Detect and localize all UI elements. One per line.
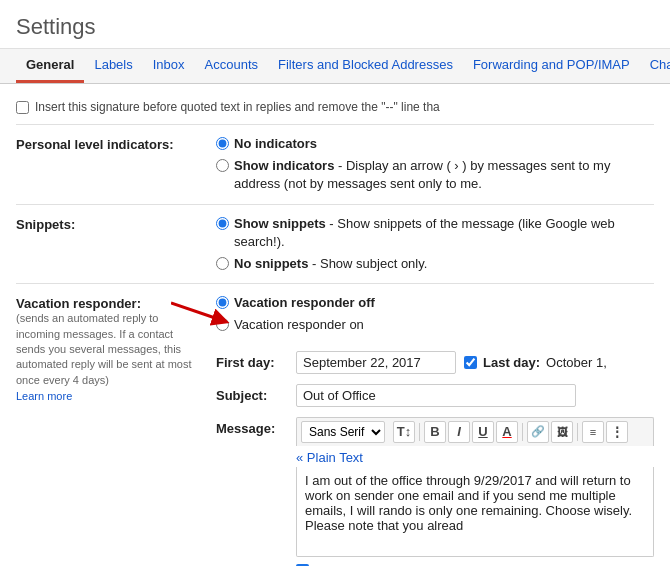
snippets-label: Snippets:	[16, 215, 216, 232]
contacts-checkbox-label: Only send a response to people in my Con…	[315, 563, 588, 567]
tab-forwarding[interactable]: Forwarding and POP/IMAP	[463, 49, 640, 83]
first-day-label: First day:	[216, 355, 288, 370]
page-title: Settings	[0, 0, 670, 49]
tab-general[interactable]: General	[16, 49, 84, 83]
italic-button[interactable]: I	[448, 421, 470, 443]
message-label: Message:	[216, 417, 288, 436]
settings-content: Insert this signature before quoted text…	[0, 84, 670, 566]
snippets-label-2: No snippets - Show subject only.	[234, 255, 427, 273]
first-day-input[interactable]	[296, 351, 456, 374]
font-select[interactable]: Sans Serif	[301, 421, 385, 443]
tab-labels[interactable]: Labels	[84, 49, 142, 83]
message-area-wrapper: Sans Serif T↕ B I U A 🔗 🖼	[296, 417, 654, 567]
signature-hint-row: Insert this signature before quoted text…	[16, 94, 654, 125]
personal-level-row: Personal level indicators: No indicators…	[16, 125, 654, 205]
vacation-settings: First day: Last day: October 1, Subject:…	[216, 347, 654, 567]
personal-level-options: No indicators Show indicators - Display …	[216, 135, 654, 194]
first-day-row: First day: Last day: October 1,	[216, 351, 654, 374]
toolbar-sep-1	[419, 423, 420, 441]
more-button[interactable]: ⋮	[606, 421, 628, 443]
snippets-radio-1[interactable]	[216, 217, 229, 230]
font-color-button[interactable]: A	[496, 421, 518, 443]
subject-label: Subject:	[216, 388, 288, 403]
subject-input[interactable]	[296, 384, 576, 407]
signature-hint-checkbox[interactable]	[16, 101, 29, 114]
vacation-learn-more[interactable]: Learn more	[16, 390, 72, 402]
bold-button[interactable]: B	[424, 421, 446, 443]
link-button[interactable]: 🔗	[527, 421, 549, 443]
snippets-radio-2[interactable]	[216, 257, 229, 270]
snippets-option-1: Show snippets - Show snippets of the mes…	[216, 215, 654, 251]
personal-level-radio-1[interactable]	[216, 137, 229, 150]
subject-row: Subject:	[216, 384, 654, 407]
message-toolbar: Sans Serif T↕ B I U A 🔗 🖼	[296, 417, 654, 446]
tab-filters[interactable]: Filters and Blocked Addresses	[268, 49, 463, 83]
tab-inbox[interactable]: Inbox	[143, 49, 195, 83]
personal-level-label: Personal level indicators:	[16, 135, 216, 152]
snippets-option-2: No snippets - Show subject only.	[216, 255, 654, 273]
contacts-checkbox-row: Only send a response to people in my Con…	[296, 563, 654, 567]
vacation-responder-row: Vacation responder: (sends an automated …	[16, 284, 654, 566]
last-day-container: Last day: October 1,	[464, 355, 607, 370]
snippets-options: Show snippets - Show snippets of the mes…	[216, 215, 654, 274]
personal-level-option-1: No indicators	[216, 135, 654, 153]
toolbar-sep-2	[522, 423, 523, 441]
plain-text-link[interactable]: « Plain Text	[296, 446, 654, 467]
personal-level-radio-2[interactable]	[216, 159, 229, 172]
personal-level-option-2: Show indicators - Display an arrow ( › )…	[216, 157, 654, 193]
personal-level-label-1: No indicators	[234, 135, 317, 153]
personal-level-label-2: Show indicators - Display an arrow ( › )…	[234, 157, 654, 193]
last-day-checkbox[interactable]	[464, 356, 477, 369]
image-button[interactable]: 🖼	[551, 421, 573, 443]
vacation-on-label: Vacation responder on	[234, 316, 364, 334]
tab-accounts[interactable]: Accounts	[195, 49, 268, 83]
underline-button[interactable]: U	[472, 421, 494, 443]
font-size-button[interactable]: T↕	[393, 421, 415, 443]
snippets-label-1: Show snippets - Show snippets of the mes…	[234, 215, 654, 251]
vacation-on-option: Vacation responder on	[216, 316, 654, 334]
svg-line-1	[171, 303, 221, 320]
last-day-label: Last day:	[483, 355, 540, 370]
message-textarea[interactable]: I am out of the office through 9/29/2017…	[296, 467, 654, 557]
vacation-off-label: Vacation responder off	[234, 294, 375, 312]
vacation-content: Vacation responder off Vacation responde…	[216, 294, 654, 566]
toolbar-sep-3	[577, 423, 578, 441]
align-button[interactable]: ≡	[582, 421, 604, 443]
vacation-off-option: Vacation responder off	[216, 294, 654, 312]
snippets-row: Snippets: Show snippets - Show snippets …	[16, 205, 654, 285]
nav-tabs: General Labels Inbox Accounts Filters an…	[0, 49, 670, 84]
signature-hint-text: Insert this signature before quoted text…	[35, 100, 440, 114]
tab-chat[interactable]: Cha...	[640, 49, 670, 83]
red-arrow-icon	[171, 298, 231, 328]
last-day-value: October 1,	[546, 355, 607, 370]
message-row: Message: Sans Serif T↕ B I U A	[216, 417, 654, 567]
